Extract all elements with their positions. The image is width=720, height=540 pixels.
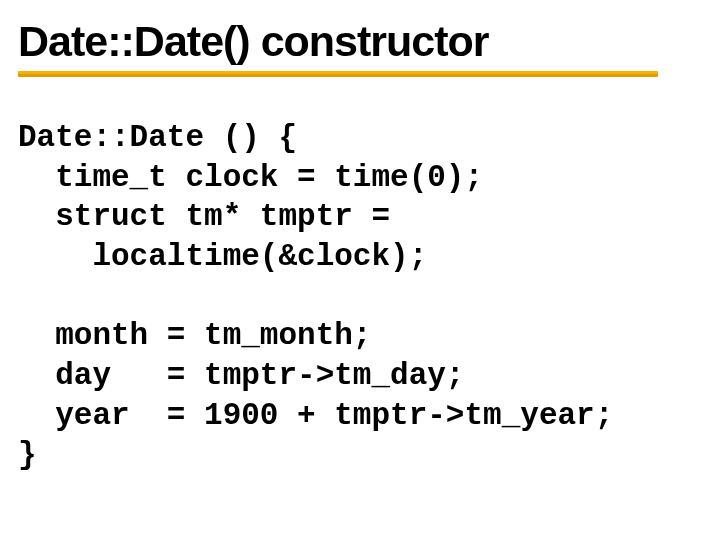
slide: Date::Date() constructor Date::Date () {… bbox=[0, 0, 720, 540]
code-line: } bbox=[18, 437, 37, 472]
title-underline bbox=[18, 71, 658, 77]
code-line: localtime(&clock); bbox=[18, 239, 427, 274]
code-block: Date::Date () { time_t clock = time(0); … bbox=[18, 118, 613, 475]
title-area: Date::Date() constructor bbox=[18, 18, 698, 77]
code-line: time_t clock = time(0); bbox=[18, 160, 483, 195]
code-line: Date::Date () { bbox=[18, 120, 297, 155]
code-line: day = tmptr->tm_day; bbox=[18, 358, 464, 393]
code-line: struct tm* tmptr = bbox=[18, 199, 390, 234]
code-line: month = tm_month; bbox=[18, 318, 371, 353]
code-line: year = 1900 + tmptr->tm_year; bbox=[18, 398, 613, 433]
slide-title: Date::Date() constructor bbox=[18, 18, 698, 75]
